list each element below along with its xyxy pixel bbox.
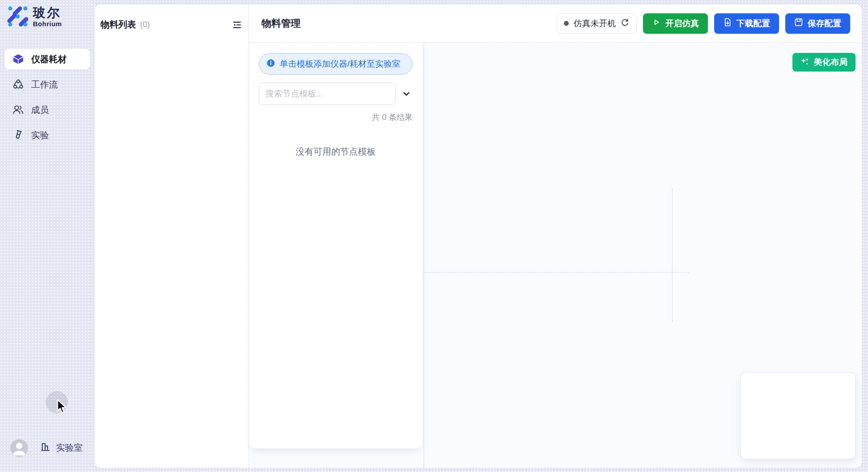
material-list-title: 物料列表 (100, 19, 136, 31)
save-config-button[interactable]: 保存配置 (785, 13, 850, 34)
simulation-status-pill[interactable]: 仿真未开机 (556, 13, 637, 34)
beautify-layout-button[interactable]: 美化布局 (792, 53, 856, 72)
template-result-count: 共 0 条结果 (259, 112, 413, 123)
template-info-banner: 单击模板添加仪器/耗材至实验室 (259, 53, 413, 75)
page-title: 物料管理 (261, 17, 301, 30)
lab-entry[interactable]: 实验室 (40, 441, 83, 454)
sparkles-icon (800, 57, 809, 68)
template-search-input[interactable] (259, 83, 396, 105)
header-actions: 仿真未开机 开启仿真 (556, 13, 850, 34)
test-tube-icon (12, 129, 24, 141)
collapse-panel-button[interactable] (231, 19, 243, 31)
flow-canvas[interactable]: 单击模板添加仪器/耗材至实验室 共 0 条结果 没有可用的节点模板 (249, 43, 862, 468)
template-info-text: 单击模板添加仪器/耗材至实验室 (280, 58, 400, 70)
simulation-status-label: 仿真未开机 (574, 18, 616, 29)
main-area: 物料管理 仿真未开机 (249, 4, 862, 468)
user-avatar[interactable] (10, 439, 28, 457)
sidebar-item-label: 工作流 (31, 79, 58, 91)
file-download-icon (723, 18, 732, 29)
brand-name-cn: 玻尔 (33, 6, 62, 20)
mouse-cursor (54, 398, 68, 416)
material-list-panel: 物料列表 (0) (95, 4, 249, 468)
play-icon (652, 18, 661, 29)
material-list-count: (0) (140, 20, 150, 29)
brand-text: 玻尔 Bohrium (33, 6, 62, 28)
template-empty-text: 没有可用的节点模板 (259, 146, 413, 158)
main-card: 物料列表 (0) 物料管理 仿真未开机 (95, 4, 862, 468)
sidebar-item-workflow[interactable]: 工作流 (4, 74, 90, 95)
sidebar-item-instruments[interactable]: 仪器耗材 (4, 49, 90, 69)
sidebar-item-members[interactable]: 成员 (4, 100, 90, 120)
canvas-guide-line (423, 43, 424, 468)
download-config-label: 下载配置 (736, 18, 770, 29)
material-list-header: 物料列表 (0) (100, 19, 243, 31)
info-icon (266, 59, 275, 69)
sidebar: 玻尔 Bohrium 仪器耗材 工作流 (0, 0, 95, 472)
sidebar-nav: 仪器耗材 工作流 成员 (0, 49, 95, 150)
beautify-layout-label: 美化布局 (814, 56, 848, 68)
members-icon (12, 104, 24, 116)
download-config-button[interactable]: 下载配置 (714, 13, 779, 34)
refresh-icon[interactable] (621, 18, 629, 28)
lab-entry-label: 实验室 (56, 442, 83, 454)
start-simulation-label: 开启仿真 (665, 18, 699, 29)
canvas-guide-line (423, 272, 689, 273)
bohrium-logo-icon (7, 5, 28, 28)
main-header: 物料管理 仿真未开机 (249, 4, 862, 43)
sidebar-item-experiments[interactable]: 实验 (4, 125, 90, 145)
start-simulation-button[interactable]: 开启仿真 (643, 13, 708, 34)
status-dot-icon (564, 21, 569, 26)
node-template-pane: 单击模板添加仪器/耗材至实验室 共 0 条结果 没有可用的节点模板 (249, 43, 422, 448)
minimap[interactable] (740, 372, 856, 459)
sidebar-footer: 实验室 (0, 440, 95, 472)
template-search-row (259, 83, 413, 105)
chevron-down-icon[interactable] (401, 88, 412, 99)
cube-icon (12, 53, 24, 65)
canvas-guide-line (672, 188, 673, 322)
brand: 玻尔 Bohrium (7, 5, 62, 28)
building-icon (40, 441, 51, 454)
sidebar-item-label: 成员 (31, 104, 49, 116)
save-icon (794, 18, 803, 29)
sidebar-item-label: 实验 (31, 129, 49, 141)
workflow-icon (12, 79, 24, 90)
save-config-label: 保存配置 (808, 18, 841, 29)
brand-name-en: Bohrium (33, 20, 62, 28)
sidebar-item-label: 仪器耗材 (31, 53, 67, 65)
